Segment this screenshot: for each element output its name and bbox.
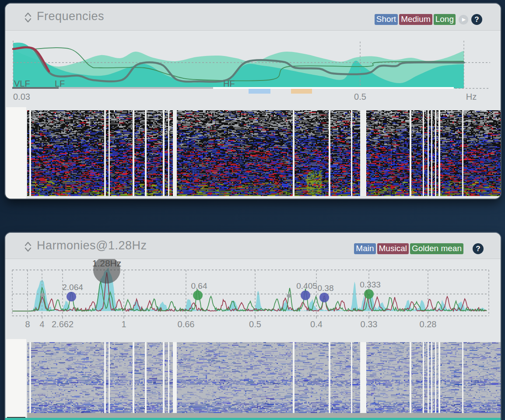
harmonic-marker-label: 0.64	[191, 281, 207, 290]
x-tick-0.33: 0.33	[361, 319, 378, 329]
harmonies-panel: 842.66210.660.50.40.330.281.28Hz2.0640.6…	[5, 233, 501, 420]
band-label-vlf: VLF	[14, 79, 30, 88]
help-button[interactable]: ?	[471, 14, 482, 25]
selected-harmonic-marker[interactable]: 1.28Hz	[92, 256, 122, 284]
harmonic-marker-label: 0.38	[318, 284, 334, 293]
band-label-hf: HF	[223, 79, 235, 88]
x-tick-Hz: Hz	[466, 92, 477, 102]
harmonic-marker-label: 2.064	[62, 283, 83, 292]
x-tick-0.03: 0.03	[13, 92, 30, 102]
x-tick-2.662: 2.662	[52, 319, 74, 329]
harmonic-marker-label: 0.405	[296, 281, 317, 290]
x-tick-0.4: 0.4	[310, 319, 323, 329]
frequencies-legend: ShortMediumLong▶?	[375, 14, 482, 25]
harmonic-marker-0.64[interactable]: 0.64	[191, 281, 207, 300]
frequencies-spectrogram-axis	[6, 107, 26, 199]
x-tick-0.28: 0.28	[420, 319, 437, 329]
harmonies-title: Harmonies@1.28Hz	[37, 239, 147, 252]
harmonies-spectrogram[interactable]	[27, 342, 501, 413]
harmonic-marker-label: 0.333	[360, 280, 381, 289]
harmonies-header: Harmonies@1.28Hz MainMusicalGolden mean?	[5, 233, 501, 259]
selected-harmonic-label: 1.28Hz	[92, 258, 122, 268]
harmonic-marker-0.405[interactable]: 0.405	[296, 281, 317, 300]
next-panel-edge	[5, 418, 501, 420]
x-tick-0.5: 0.5	[249, 319, 261, 329]
harmonic-marker-0.333[interactable]: 0.333	[360, 280, 381, 299]
harmonies-spectrogram-axis	[6, 339, 26, 417]
collapse-expand-icon[interactable]	[25, 12, 32, 23]
play-icon: ▶	[462, 17, 466, 22]
frequencies-title: Frequencies	[37, 10, 104, 23]
x-tick-1: 1	[121, 319, 126, 329]
x-tick-0.5: 0.5	[354, 92, 366, 102]
harmonic-marker-2.064[interactable]: 2.064	[62, 283, 83, 301]
legend-golden-mean[interactable]: Golden mean	[410, 243, 463, 254]
play-button[interactable]: ▶	[459, 15, 468, 24]
legend-long[interactable]: Long	[434, 14, 456, 25]
harmonies-legend: MainMusicalGolden mean?	[354, 243, 484, 254]
x-tick-8: 8	[25, 319, 30, 329]
legend-short[interactable]: Short	[375, 14, 398, 25]
harmonic-marker-0.38[interactable]: 0.38	[318, 284, 334, 302]
legend-main[interactable]: Main	[354, 243, 375, 254]
frequencies-panel: VLFLFHF0.030.5Hz Frequencies ShortMedium…	[5, 4, 501, 199]
frequencies-spectrogram[interactable]	[27, 110, 501, 196]
x-tick-0.66: 0.66	[178, 319, 195, 329]
legend-musical[interactable]: Musical	[377, 243, 409, 254]
collapse-expand-icon[interactable]	[25, 241, 32, 252]
help-button[interactable]: ?	[473, 243, 484, 254]
band-label-lf: LF	[55, 79, 65, 88]
frequencies-header: Frequencies ShortMediumLong▶?	[5, 4, 501, 31]
legend-medium[interactable]: Medium	[399, 14, 432, 25]
x-tick-4: 4	[39, 319, 44, 329]
